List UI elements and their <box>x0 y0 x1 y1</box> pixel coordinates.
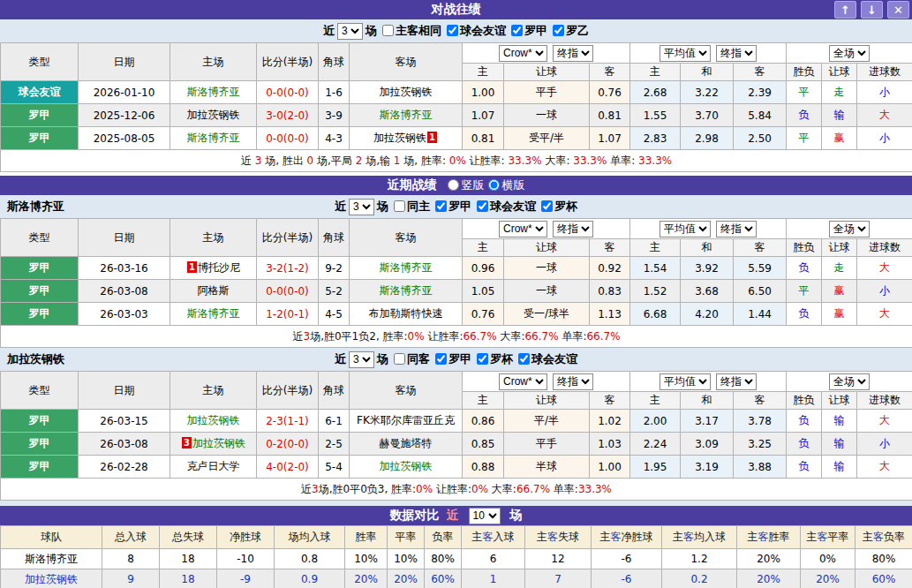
filter-option-同主[interactable]: 同主 <box>388 199 430 215</box>
team-cell: 斯洛博齐亚 <box>170 303 257 326</box>
team-name: 加拉茨钢铁 <box>192 437 245 449</box>
filter-option-罗甲[interactable]: 罗甲 <box>506 23 547 39</box>
odds-type-select[interactable]: 全场 <box>829 373 870 390</box>
text-segment: 33.3% <box>508 155 541 167</box>
checkbox-input[interactable] <box>382 25 394 36</box>
cell: 罗甲 <box>1 433 79 456</box>
text-segment: 入球 <box>494 531 515 543</box>
teamA-count-select[interactable]: 3 <box>349 199 374 215</box>
odds-type-select[interactable]: 终指 <box>716 221 757 237</box>
filter-option-同客[interactable]: 同客 <box>388 351 430 367</box>
cell: 0.81 <box>463 127 504 150</box>
column-header: 日期 <box>79 372 170 410</box>
text-segment: 客 <box>483 531 494 543</box>
cell: 罗甲 <box>1 410 79 433</box>
filter-option-label: 罗杯 <box>554 199 577 215</box>
move-up-button[interactable]: ↑ <box>834 1 856 19</box>
odds-type-select[interactable]: 终指 <box>553 373 593 390</box>
compare-column-header: 主客负率 <box>855 526 912 549</box>
checkbox-input[interactable] <box>394 353 405 365</box>
checkbox-input[interactable] <box>541 200 553 212</box>
radio-input[interactable] <box>448 179 459 191</box>
text-segment: 场,输 <box>362 155 393 167</box>
odds-type-select[interactable]: 全场 <box>829 221 870 237</box>
filter-option-球会友谊[interactable]: 球会友谊 <box>441 23 506 39</box>
odds-type-select[interactable]: Crow* <box>499 221 547 237</box>
teamB-count-select[interactable]: 3 <box>349 351 374 368</box>
filter-option-罗乙[interactable]: 罗乙 <box>547 23 589 39</box>
checkbox-input[interactable] <box>435 200 447 212</box>
text-segment: 3 <box>304 330 311 343</box>
compare-column-header: 球队 <box>1 526 102 549</box>
cell: 3.68 <box>681 280 734 303</box>
filter-option-label: 横版 <box>502 177 525 193</box>
checkbox-input[interactable] <box>435 353 447 365</box>
checkbox-input[interactable] <box>511 25 523 36</box>
text-segment: 66.7% <box>463 330 496 343</box>
checkbox-input[interactable] <box>477 353 488 365</box>
sub-column-header: 主 <box>630 392 681 410</box>
filter-option-球会友谊[interactable]: 球会友谊 <box>513 351 577 367</box>
sub-column-header: 客 <box>590 392 630 410</box>
text-segment: 净胜球 <box>230 531 261 543</box>
filter-option-罗杯[interactable]: 罗杯 <box>471 351 513 367</box>
text-segment: 大率: <box>542 155 574 167</box>
cell: 7 <box>525 569 592 588</box>
filter-option-罗甲[interactable]: 罗甲 <box>430 199 471 215</box>
column-header: 类型 <box>1 372 79 410</box>
cell: 18 <box>160 549 217 569</box>
filter-option-主客相同[interactable]: 主客相同 <box>377 23 441 39</box>
cell: 赢 <box>822 303 857 326</box>
cell: 26-03-16 <box>79 257 170 280</box>
checkbox-input[interactable] <box>477 200 488 212</box>
move-down-button[interactable]: ↓ <box>861 1 883 19</box>
odds-type-select[interactable]: 终指 <box>716 45 757 62</box>
cell: 20% <box>737 569 801 588</box>
filter-option-球会友谊[interactable]: 球会友谊 <box>471 199 536 215</box>
cell: 6.50 <box>734 280 787 303</box>
cell: 平 <box>787 280 822 303</box>
cell: 一球 <box>504 104 590 127</box>
rank-badge: 1 <box>187 261 197 273</box>
checkbox-input[interactable] <box>447 25 458 36</box>
checkbox-input[interactable] <box>553 25 564 36</box>
text-segment: 0% <box>449 155 466 167</box>
filter-option-罗杯[interactable]: 罗杯 <box>536 199 577 215</box>
odds-type-select[interactable]: 全场 <box>829 45 870 62</box>
odds-type-select[interactable]: 终指 <box>716 373 757 390</box>
text-segment: 主 <box>472 531 483 543</box>
odds-type-select[interactable]: Crow* <box>499 45 547 62</box>
filter-option-竖版[interactable]: 竖版 <box>444 177 485 193</box>
close-button[interactable]: ✕ <box>887 1 909 19</box>
text-segment: 主 <box>807 531 818 543</box>
odds-type-select[interactable]: 平均值 <box>660 373 711 390</box>
odds-type-select[interactable]: 平均值 <box>660 45 711 62</box>
text-segment: 总入球 <box>115 531 147 543</box>
checkbox-input[interactable] <box>518 353 530 365</box>
filter-option-罗甲[interactable]: 罗甲 <box>430 351 471 367</box>
odds-group-header: Crow*终指 <box>463 219 630 239</box>
match-row: 罗甲26-03-03斯洛博齐亚1-2(0-1)4-5布加勒斯特快速0.76受一/… <box>1 303 912 326</box>
h2h-count-select[interactable]: 3 <box>337 23 363 40</box>
odds-type-select[interactable]: 平均值 <box>660 221 711 237</box>
odds-type-select[interactable]: 终指 <box>553 221 593 237</box>
cell: 负 <box>787 303 822 326</box>
odds-type-select[interactable]: 终指 <box>553 45 593 62</box>
cell: 2025-12-06 <box>79 104 170 127</box>
checkbox-input[interactable] <box>394 200 405 212</box>
cell: 3.09 <box>681 433 734 456</box>
near-label: 近 <box>447 508 459 524</box>
summary-row: 近 3 场, 胜出 0 场,平局 2 场,输 1 场, 胜率: 0% 让胜率: … <box>1 150 912 172</box>
sub-column-header: 让球 <box>504 239 590 257</box>
filter-option-横版[interactable]: 横版 <box>485 177 525 193</box>
text-segment: 主 <box>600 531 611 543</box>
odds-group-header: 平均值终指 <box>630 372 787 392</box>
sub-column-header: 主 <box>463 239 504 257</box>
compare-count-select[interactable]: 10 <box>469 508 501 524</box>
cell: 0.81 <box>590 104 630 127</box>
column-header: 类型 <box>1 219 79 257</box>
radio-input[interactable] <box>488 179 500 191</box>
matches-label: 场 <box>510 508 523 524</box>
team-cell: 斯洛博齐亚 <box>170 127 257 150</box>
odds-type-select[interactable]: Crow* <box>499 373 547 390</box>
